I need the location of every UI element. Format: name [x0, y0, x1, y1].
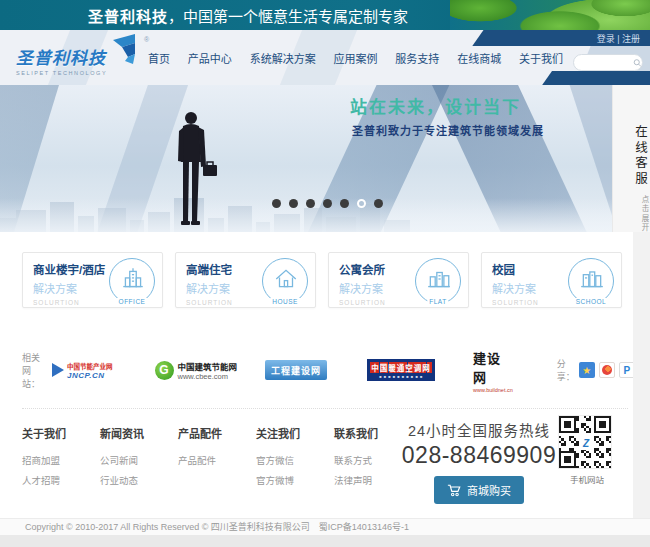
solution-circle: SCHOOL — [568, 258, 614, 304]
hotline-block: 24小时全国服务热线 028-88469909 商城购买 — [394, 419, 564, 504]
shop-buy-button[interactable]: 商城购买 — [434, 476, 524, 504]
partner-name: 中国建筑节能网 — [178, 360, 238, 372]
carousel-dot-3[interactable] — [306, 199, 315, 208]
footer-link[interactable]: 招商加盟 — [22, 451, 100, 471]
logo[interactable]: 圣普利科技 SELIPET TECHNOLOGY ® — [16, 44, 107, 76]
menu-item[interactable]: 系统解决方案 — [250, 50, 316, 66]
solution-card[interactable]: 商业楼宇/酒店 解决方案 SOLURTION OFFICE — [22, 252, 163, 308]
footer-col-title: 新闻资讯 — [100, 425, 178, 441]
footer-col-title: 产品配件 — [178, 425, 256, 441]
search-input[interactable] — [581, 56, 633, 69]
qr-code: Z — [558, 415, 612, 469]
partner-name: 建设网 — [473, 348, 513, 386]
hero-title: 站在未来，设计当下 — [350, 93, 521, 118]
online-service-hint: 点击展开 — [613, 195, 650, 232]
logo-ribbon-icon — [113, 34, 139, 70]
share-label: 分享： — [557, 357, 575, 383]
footer-link[interactable]: 产品配件 — [178, 451, 256, 471]
carousel-dot-1[interactable] — [272, 199, 281, 208]
footer-col-title: 关于我们 — [22, 425, 100, 441]
partner-gongcheng[interactable]: 工程建设网 — [265, 360, 327, 380]
carousel-dot-4[interactable] — [323, 199, 332, 208]
solution-cards: 商业楼宇/酒店 解决方案 SOLURTION OFFICE 高端住宅 解决方案 … — [22, 252, 622, 308]
share-icon-qzone[interactable] — [579, 362, 595, 378]
solution-icon-label: FLAT — [427, 298, 448, 305]
carousel-dot-5[interactable] — [340, 199, 349, 208]
cart-icon — [447, 484, 461, 497]
qr-block: Z 手机网站 — [558, 415, 616, 485]
qr-center-logo: Z — [579, 436, 593, 450]
menu-item[interactable]: 应用案例 — [333, 50, 377, 66]
leaves-image — [450, 0, 650, 30]
qr-caption: 手机网站 — [558, 473, 616, 485]
footer-link[interactable]: 公司新闻 — [100, 451, 178, 471]
share-icon-weibo[interactable] — [599, 362, 615, 378]
solution-icon-label: SCHOOL — [574, 298, 608, 305]
solution-card[interactable]: 公寓会所 解决方案 SOLURTION FLAT — [328, 252, 469, 308]
footer-col-parts: 产品配件 产品配件 — [178, 425, 256, 491]
footer: 关于我们 招商加盟 人才招聘 新闻资讯 公司新闻 行业动态 产品配件 产品配件 — [22, 408, 628, 491]
solution-circle: HOUSE — [262, 258, 308, 304]
partner-cbee[interactable]: G 中国建筑节能网 www.cbee.com — [155, 360, 238, 381]
partner-sub: www.cbee.com — [178, 372, 238, 381]
solution-icon-label: OFFICE — [117, 298, 148, 305]
partner-name: 工程建设网 — [265, 360, 327, 380]
search-icon[interactable] — [633, 57, 642, 69]
logo-subtext: SELIPET TECHNOLOGY — [16, 70, 107, 76]
search-box[interactable] — [573, 54, 643, 71]
cbee-logo-icon: G — [155, 361, 174, 380]
partner-sub: JNCP.CN — [67, 371, 113, 380]
partner-sub: ■ ■ ■ ■ ■ ■ ■ ■ ■ ■ — [379, 374, 423, 379]
hero-banner: 站在未来，设计当下 圣普利致力于专注建筑节能领域发展 在线客服 点击展开 — [0, 85, 650, 232]
online-service-tab[interactable]: 在线客服 点击展开 — [612, 85, 650, 232]
main-menu: 首页产品中心系统解决方案应用案例服务支持在线商城关于我们 — [148, 30, 563, 85]
shop-buy-label: 商城购买 — [467, 482, 511, 498]
footer-link[interactable]: 官方微信 — [256, 451, 334, 471]
top-slogan-rest: ，中国第一个惬意生活专属定制专家 — [168, 8, 408, 25]
footer-col-follow: 关注我们 官方微信 官方微博 — [256, 425, 334, 491]
businessman-silhouette — [172, 111, 218, 232]
carousel-dots — [272, 199, 383, 208]
hotline-label: 24小时全国服务热线 — [394, 419, 564, 440]
top-banner: 圣普利科技，中国第一个惬意生活专属定制专家 — [0, 0, 650, 30]
menu-item[interactable]: 首页 — [148, 50, 170, 66]
menu-item[interactable]: 服务支持 — [395, 50, 439, 66]
solution-card[interactable]: 高端住宅 解决方案 SOLURTION HOUSE — [175, 252, 316, 308]
navbar: 登录 | 注册 圣普利科技 SELIPET TECHNOLOGY ® 首页产品中… — [0, 30, 650, 85]
page: 圣普利科技，中国第一个惬意生活专属定制专家 登录 | 注册 圣普利科技 SELI… — [0, 0, 650, 547]
logo-text: 圣普利科技 — [16, 44, 107, 69]
top-slogan: 圣普利科技，中国第一个惬意生活专属定制专家 — [88, 5, 408, 26]
carousel-dot-6[interactable] — [357, 199, 366, 208]
menu-item[interactable]: 在线商城 — [457, 50, 501, 66]
partner-sub: www.buildnet.cn — [473, 387, 513, 393]
partner-buildnet[interactable]: 建设网 www.buildnet.cn — [473, 348, 513, 393]
menu-item[interactable]: 关于我们 — [519, 50, 563, 66]
footer-link[interactable]: 官方微博 — [256, 471, 334, 491]
carousel-dot-2[interactable] — [289, 199, 298, 208]
nuantong-logo: 中国暖通空调网 ■ ■ ■ ■ ■ ■ ■ ■ ■ ■ — [367, 359, 435, 381]
copyright-text: Copyright © 2010-2017 All Rights Reserve… — [25, 522, 409, 532]
partner-name: 中国节能产业网 — [67, 361, 113, 371]
online-service-label: 在线客服 — [613, 125, 650, 187]
carousel-dot-7[interactable] — [374, 199, 383, 208]
top-slogan-brand: 圣普利科技 — [88, 8, 168, 25]
partner-nuantong[interactable]: 中国暖通空调网 ■ ■ ■ ■ ■ ■ ■ ■ ■ ■ — [367, 359, 435, 381]
partner-name: 中国暖通空调网 — [370, 362, 432, 373]
footer-col-title: 关注我们 — [256, 425, 334, 441]
solution-circle: FLAT — [415, 258, 461, 304]
solution-icon-label: HOUSE — [270, 298, 300, 305]
right-gutter — [633, 232, 650, 518]
hotline-number: 028-88469909 — [394, 442, 564, 469]
related-sites-label: 相关网站： — [22, 351, 40, 390]
hero-subtitle: 圣普利致力于专注建筑节能领域发展 — [352, 122, 544, 138]
login-register-link[interactable]: 登录 | 注册 — [597, 32, 640, 45]
partner-jncp[interactable]: 中国节能产业网 JNCP.CN — [52, 361, 113, 380]
solution-circle: OFFICE — [109, 258, 155, 304]
jncp-arrow-icon — [52, 363, 64, 377]
footer-col-about: 关于我们 招商加盟 人才招聘 — [22, 425, 100, 491]
footer-link[interactable]: 行业动态 — [100, 471, 178, 491]
menu-item[interactable]: 产品中心 — [188, 50, 232, 66]
bottom-strip — [0, 535, 650, 547]
footer-link[interactable]: 人才招聘 — [22, 471, 100, 491]
solution-card[interactable]: 校园 解决方案 SOLURTION SCHOOL — [481, 252, 622, 308]
